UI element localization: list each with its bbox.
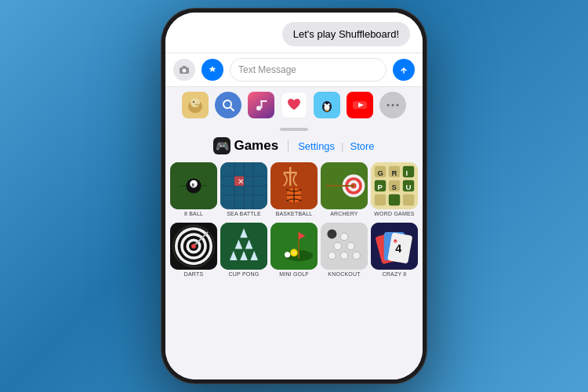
game-label-basketball: BASKETBALL [276,211,313,216]
game-thumb-cuppong [220,223,267,270]
settings-link[interactable]: Settings [298,140,335,152]
svg-point-95 [285,252,290,257]
game-wordgames[interactable]: G R I P S U WORD GAMES [371,162,418,216]
game-8ball[interactable]: 8 8 BALL [170,162,217,216]
svg-point-101 [340,252,348,260]
svg-rect-58 [403,194,414,205]
chat-area: Let's play Shuffleboard! [165,13,423,53]
game-label-knockout: KNOCKOUT [328,271,360,277]
svg-point-99 [347,242,355,250]
svg-point-1 [183,69,187,73]
svg-point-100 [328,252,336,260]
svg-text:S: S [391,183,397,191]
games-panel-title: Games [234,138,278,154]
games-grid-row2: DARTS [165,220,423,280]
app-store-button[interactable] [201,59,223,81]
svg-rect-89 [270,223,318,270]
youtube-strip-icon[interactable] [347,92,373,118]
svg-point-14 [328,103,329,105]
svg-rect-56 [375,194,386,205]
game-thumb-minigolf [270,223,318,270]
game-label-archery: ARCHERY [330,211,358,216]
game-seabattle[interactable]: ✕ SEA BATTLE [220,162,267,216]
game-label-minigolf: MINI GOLF [279,271,309,277]
fitness-strip-icon[interactable] [281,92,307,118]
game-label-seabattle: SEA BATTLE [227,211,261,216]
app-strip [165,86,423,123]
panel-handle [280,128,308,131]
game-cuppong[interactable]: CUP PONG [220,223,267,277]
game-thumb-archery [321,162,368,209]
bubble-text: Let's play Shuffleboard! [293,28,399,40]
svg-text:R: R [391,169,397,177]
input-placeholder: Text Message [238,64,296,75]
game-label-wordgames: WORD GAMES [374,211,414,216]
game-label-8ball: 8 BALL [184,211,203,216]
svg-point-98 [334,242,342,250]
games-logo: 🎮 [213,137,230,154]
svg-text:I: I [405,169,408,177]
svg-point-20 [397,104,399,107]
game-minigolf[interactable]: MINI GOLF [270,223,318,277]
svg-point-103 [327,229,336,238]
svg-text:P: P [377,183,383,191]
games-header: 🎮 Games Settings | Store [165,134,423,159]
game-label-cuppong: CUP PONG [229,271,260,277]
svg-text:♠: ♠ [394,236,397,245]
svg-rect-37 [284,172,297,173]
svg-text:G: G [377,169,383,177]
game-thumb-crazye: 4 ♠ [371,223,418,270]
penguin-strip-icon[interactable] [314,92,340,118]
game-darts[interactable]: DARTS [170,223,217,277]
svg-point-102 [353,252,361,260]
input-bar: Text Message [165,53,423,86]
game-thumb-basketball [270,162,318,209]
svg-line-7 [230,107,234,111]
send-button[interactable] [393,59,415,81]
chat-bubble: Let's play Shuffleboard! [282,22,410,46]
game-thumb-darts [170,223,217,270]
game-archery[interactable]: ARCHERY [321,162,368,216]
games-grid-row1: 8 8 BALL [165,159,423,220]
svg-rect-36 [289,167,291,186]
svg-rect-57 [389,194,400,205]
svg-point-18 [387,104,390,107]
svg-point-12 [325,104,330,111]
game-thumb-knockout [321,223,368,270]
game-label-darts: DARTS [184,271,204,277]
game-thumb-wordgames: G R I P S U [371,162,418,209]
camera-button[interactable] [173,59,195,81]
svg-point-13 [324,103,325,105]
svg-rect-96 [321,223,368,270]
svg-point-19 [392,104,394,107]
svg-point-5 [193,101,194,103]
svg-point-4 [191,98,200,107]
phone-screen: Let's play Shuffleboard! Text Message [165,13,423,379]
svg-rect-2 [183,66,187,67]
svg-point-73 [191,244,196,249]
music-strip-icon[interactable] [248,92,274,118]
svg-point-97 [340,233,348,241]
svg-rect-52 [403,166,414,177]
games-panel: 🎮 Games Settings | Store [165,123,423,379]
game-thumb-8ball: 8 [170,162,217,209]
game-thumb-seabattle: ✕ [220,162,267,209]
more-strip-button[interactable] [379,92,406,118]
svg-rect-10 [261,100,267,102]
text-input[interactable]: Text Message [230,58,387,82]
svg-point-15 [325,110,329,111]
search-strip-icon[interactable] [215,92,241,118]
svg-text:U: U [405,183,411,191]
game-knockout[interactable]: KNOCKOUT [321,223,368,277]
store-link[interactable]: Store [350,140,375,152]
game-basketball[interactable]: BASKETBALL [270,162,318,216]
header-divider [288,140,289,152]
game-crazye[interactable]: 4 ♠ CRAZY 8 [371,223,418,277]
svg-point-92 [292,251,296,255]
phone: Let's play Shuffleboard! Text Message [161,8,427,384]
game-label-crazye: CRAZY 8 [383,271,407,277]
svg-text:✕: ✕ [238,177,244,186]
svg-point-8 [256,106,261,111]
gamepigeon-strip-icon[interactable] [182,92,209,118]
